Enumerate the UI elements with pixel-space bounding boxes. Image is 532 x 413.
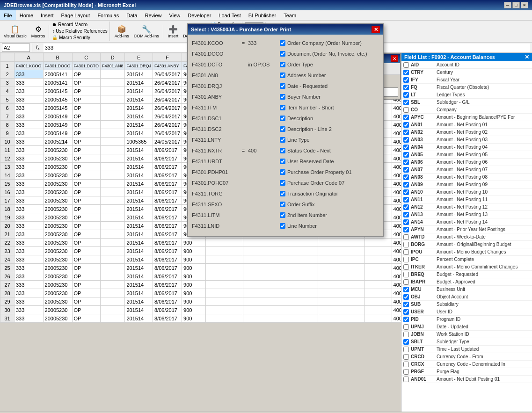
cell-27-7[interactable]	[205, 281, 243, 289]
cell-23-9[interactable]	[318, 247, 364, 255]
cell-24-11[interactable]: 400	[392, 255, 401, 264]
add-ins-button[interactable]: 📦 Add-Ins	[113, 25, 131, 38]
cell-7-5[interactable]: 26/04/2017	[153, 112, 182, 121]
cell-2-1[interactable]: 20005141	[43, 70, 72, 79]
cell-6-2[interactable]: OP	[72, 104, 100, 112]
field-checkbox-CRCX[interactable]	[403, 362, 409, 367]
cell-17-1[interactable]: 20005230	[43, 196, 72, 205]
cell-21-11[interactable]: 400	[392, 230, 401, 239]
cell-12-3[interactable]	[100, 154, 125, 163]
field-checkbox-IPOU[interactable]	[403, 249, 409, 255]
cell-5-1[interactable]: 20005145	[43, 95, 72, 104]
cell-19-11[interactable]: 400	[392, 213, 401, 222]
cell-28-5[interactable]: 8/06/2017	[153, 289, 182, 297]
field-checkbox-FQ[interactable]	[403, 85, 409, 90]
cell-27-6[interactable]: 900	[182, 281, 206, 289]
cell-10-2[interactable]: OP	[72, 138, 100, 146]
cell-25-7[interactable]	[205, 264, 243, 272]
cell-30-4[interactable]: 201514	[125, 306, 153, 314]
cell-17-11[interactable]: 400	[392, 196, 401, 205]
cell-10-11[interactable]: 400	[392, 138, 401, 146]
cell-reference-input[interactable]	[2, 43, 30, 52]
cell-6-4[interactable]: 201514	[125, 104, 153, 112]
cell-29-4[interactable]: 201514	[125, 297, 153, 306]
cell-21-1[interactable]: 20005230	[43, 230, 72, 239]
cell-31-3[interactable]	[100, 314, 125, 323]
cell-25-11[interactable]: 400	[392, 264, 401, 272]
po-checkbox[interactable]	[280, 180, 285, 186]
cell-26-11[interactable]: 400	[392, 272, 401, 281]
cell-26-4[interactable]: 201514	[125, 272, 153, 281]
menu-team[interactable]: Team	[280, 10, 300, 20]
cell-11-1[interactable]: 20005230	[43, 146, 72, 154]
cell-29-8[interactable]	[243, 297, 318, 306]
cell-10-5[interactable]: 24/05/2017	[153, 138, 182, 146]
cell-21-5[interactable]: 8/06/2017	[153, 230, 182, 239]
cell-21-2[interactable]: OP	[72, 230, 100, 239]
po-checkbox[interactable]	[280, 94, 285, 100]
field-checkbox-AN07[interactable]	[403, 167, 409, 173]
cell-30-10[interactable]	[364, 306, 392, 314]
cell-16-4[interactable]: 201514	[125, 188, 153, 196]
cell-19-2[interactable]: OP	[72, 213, 100, 222]
cell-27-11[interactable]: 400	[392, 281, 401, 289]
maximize-button[interactable]: □	[512, 2, 520, 8]
cell-10-3[interactable]	[100, 138, 125, 146]
cell-9-3[interactable]	[100, 129, 125, 138]
cell-3-2[interactable]: OP	[72, 79, 100, 87]
field-checkbox-IFY[interactable]	[403, 77, 409, 83]
cell-23-6[interactable]: 900	[182, 247, 206, 255]
cell-6-5[interactable]: 26/04/2017	[153, 104, 182, 112]
cell-14-11[interactable]: 400	[392, 171, 401, 180]
po-checkbox[interactable]	[280, 148, 285, 153]
cell-17-4[interactable]: 201514	[125, 196, 153, 205]
cell-9-2[interactable]: OP	[72, 129, 100, 138]
cell-16-11[interactable]: 400	[392, 188, 401, 196]
field-checkbox-PID[interactable]	[403, 317, 409, 322]
cell-7-4[interactable]: 201514	[125, 112, 153, 121]
cell-25-10[interactable]	[364, 264, 392, 272]
cell-8-0[interactable]: 333	[15, 121, 44, 129]
cell-22-9[interactable]	[318, 239, 364, 247]
cell-5-2[interactable]: OP	[72, 95, 100, 104]
cell-18-2[interactable]: OP	[72, 205, 100, 213]
cell-23-11[interactable]: 400	[392, 247, 401, 255]
cell-20-2[interactable]: OP	[72, 222, 100, 230]
field-checkbox-MCU[interactable]	[403, 287, 409, 292]
cell-25-5[interactable]: 8/06/2017	[153, 264, 182, 272]
celinowxl-close-button[interactable]: ✕	[391, 55, 398, 62]
field-checkbox-AN06[interactable]	[403, 159, 409, 165]
field-checkbox-AN05[interactable]	[403, 152, 409, 158]
cell-31-5[interactable]: 8/06/2017	[153, 314, 182, 323]
cell-22-0[interactable]: 333	[15, 239, 44, 247]
cell-15-0[interactable]: 333	[15, 180, 44, 188]
cell-6-3[interactable]	[100, 104, 125, 112]
field-checkbox-AN14[interactable]	[403, 219, 409, 225]
cell-29-2[interactable]: OP	[72, 297, 100, 306]
cell-26-8[interactable]	[243, 272, 318, 281]
cell-29-3[interactable]	[100, 297, 125, 306]
cell-27-1[interactable]: 20005230	[43, 281, 72, 289]
po-checkbox[interactable]	[280, 212, 285, 218]
cell-15-2[interactable]: OP	[72, 180, 100, 188]
cell-14-0[interactable]: 333	[15, 171, 44, 180]
cell-13-2[interactable]: OP	[72, 163, 100, 171]
field-checkbox-APYN[interactable]	[403, 227, 409, 232]
cell-24-10[interactable]	[364, 255, 392, 264]
cell-23-5[interactable]: 8/06/2017	[153, 247, 182, 255]
po-checkbox[interactable]	[280, 40, 285, 46]
field-checkbox-OBJ[interactable]	[403, 294, 409, 300]
menu-data[interactable]: Data	[123, 10, 141, 20]
cell-31-8[interactable]	[243, 314, 318, 323]
cell-13-4[interactable]: 201514	[125, 163, 153, 171]
cell-27-2[interactable]: OP	[72, 281, 100, 289]
cell-19-0[interactable]: 333	[15, 213, 44, 222]
field-checkbox-AID[interactable]	[403, 62, 409, 68]
cell-29-7[interactable]	[205, 297, 243, 306]
cell-12-1[interactable]: 20005230	[43, 154, 72, 163]
menu-page-layout[interactable]: Page Layout	[58, 10, 94, 20]
cell-26-2[interactable]: OP	[72, 272, 100, 281]
cell-18-11[interactable]: 400	[392, 205, 401, 213]
po-checkbox[interactable]	[280, 51, 285, 57]
cell-25-6[interactable]: 900	[182, 264, 206, 272]
